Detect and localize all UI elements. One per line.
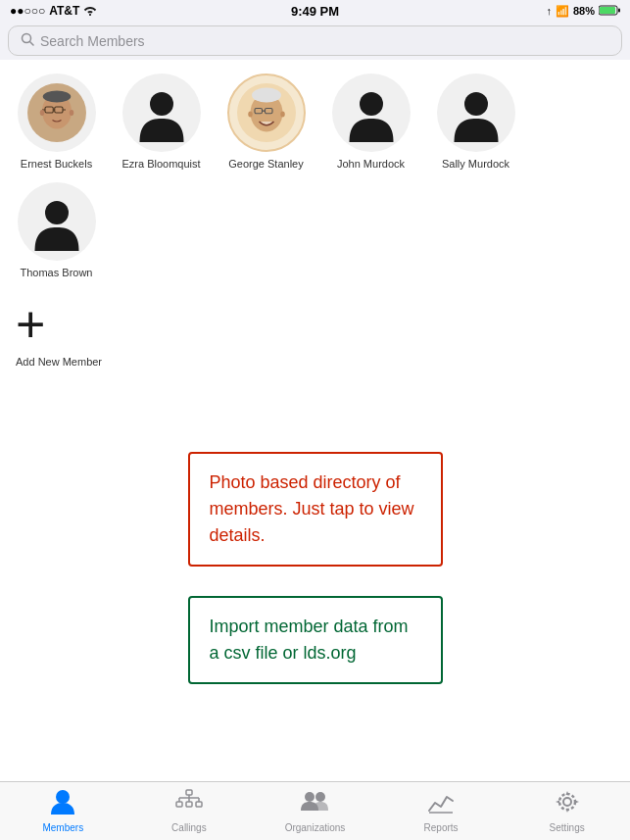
svg-point-27 — [56, 790, 70, 804]
member-sally-murdock[interactable]: Sally Murdock — [423, 68, 528, 176]
member-ernest-buckels[interactable]: Ernest Buckels — [4, 68, 109, 176]
svg-point-23 — [280, 112, 285, 118]
carrier-name: AT&T — [49, 4, 79, 18]
members-grid: Ernest Buckels Ezra Bloomquist — [0, 60, 630, 293]
member-name-thomas: Thomas Brown — [21, 267, 93, 279]
carrier-dots: ●●○○○ — [10, 4, 45, 18]
svg-point-26 — [45, 201, 69, 224]
info-box-red: Photo based directory of members. Just t… — [188, 452, 443, 567]
tab-settings-label: Settings — [550, 822, 585, 833]
wifi-icon — [83, 4, 97, 19]
member-avatar-ezra — [122, 74, 201, 152]
svg-point-40 — [563, 798, 571, 806]
svg-point-37 — [305, 792, 315, 802]
info-red-text: Photo based directory of members. Just t… — [210, 469, 421, 549]
member-name-john: John Murdock — [337, 158, 405, 171]
search-placeholder: Search Members — [40, 33, 145, 49]
svg-line-4 — [30, 42, 34, 46]
tab-callings-label: Callings — [171, 822, 207, 833]
settings-tab-icon — [554, 789, 581, 820]
tab-reports[interactable]: Reports — [402, 789, 480, 833]
add-new-member-button[interactable]: + Add New Member — [12, 293, 630, 373]
tab-reports-label: Reports — [424, 822, 459, 833]
svg-point-38 — [315, 792, 325, 802]
status-left: ●●○○○ AT&T — [10, 4, 97, 19]
svg-point-25 — [464, 92, 488, 116]
member-avatar-george — [227, 74, 306, 152]
svg-point-15 — [150, 92, 173, 116]
svg-point-13 — [39, 110, 44, 116]
member-avatar-ernest — [18, 74, 96, 152]
organizations-tab-icon — [301, 789, 328, 820]
tab-organizations-label: Organizations — [285, 822, 346, 833]
members-tab-icon — [49, 789, 76, 820]
location-icon: ↑ — [546, 5, 552, 17]
member-name-george: George Stanley — [228, 158, 303, 171]
member-avatar-sally — [437, 74, 515, 152]
svg-point-14 — [69, 110, 73, 116]
member-avatar-thomas — [18, 182, 96, 261]
svg-point-41 — [559, 794, 575, 810]
member-name-sally: Sally Murdock — [442, 158, 509, 171]
status-bar: ●●○○○ AT&T 9:49 PM ↑ 📶 88% — [0, 0, 630, 22]
info-green-text: Import member data from a csv file or ld… — [210, 614, 421, 667]
member-ezra-bloomquist[interactable]: Ezra Bloomquist — [109, 68, 214, 176]
tab-callings[interactable]: Callings — [150, 789, 228, 833]
reports-tab-icon — [427, 789, 455, 820]
callings-tab-icon — [175, 789, 203, 820]
member-george-stanley[interactable]: George Stanley — [214, 68, 318, 176]
svg-rect-28 — [186, 790, 192, 795]
add-icon: + — [16, 299, 45, 350]
main-content: Ernest Buckels Ezra Bloomquist — [0, 60, 630, 784]
tab-members-label: Members — [42, 822, 83, 833]
battery-icon — [599, 5, 620, 18]
status-right: ↑ 📶 88% — [546, 5, 620, 18]
svg-point-12 — [42, 91, 71, 103]
member-name-ernest: Ernest Buckels — [21, 158, 92, 171]
svg-rect-29 — [176, 802, 182, 807]
member-thomas-brown[interactable]: Thomas Brown — [4, 176, 109, 285]
tab-bar: Members Callings — [0, 781, 630, 840]
svg-point-18 — [252, 88, 281, 103]
svg-rect-31 — [196, 802, 202, 807]
member-john-murdock[interactable]: John Murdock — [318, 68, 423, 176]
battery-level: 88% — [573, 5, 595, 17]
add-member-label: Add New Member — [16, 356, 102, 368]
search-bar[interactable]: Search Members — [8, 25, 622, 56]
search-icon — [21, 32, 34, 49]
bluetooth-icon: 📶 — [556, 5, 569, 18]
svg-rect-1 — [600, 7, 615, 14]
svg-rect-2 — [618, 8, 620, 12]
member-avatar-john — [332, 74, 411, 152]
tab-members[interactable]: Members — [24, 789, 102, 833]
info-box-green: Import member data from a csv file or ld… — [188, 596, 443, 684]
svg-point-22 — [248, 112, 253, 118]
member-name-ezra: Ezra Bloomquist — [121, 158, 200, 171]
tab-settings[interactable]: Settings — [528, 789, 606, 833]
info-section: Photo based directory of members. Just t… — [0, 432, 630, 704]
svg-rect-30 — [186, 802, 192, 807]
status-time: 9:49 PM — [291, 4, 339, 19]
svg-point-24 — [360, 92, 383, 116]
tab-organizations[interactable]: Organizations — [275, 789, 354, 833]
